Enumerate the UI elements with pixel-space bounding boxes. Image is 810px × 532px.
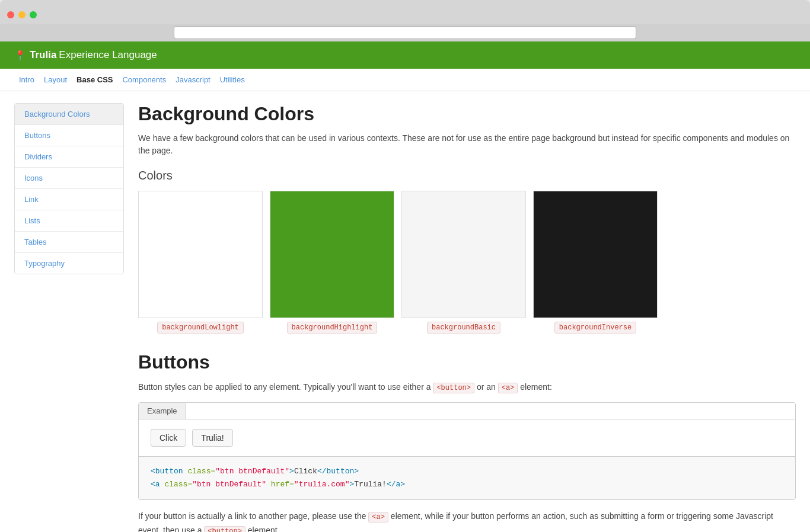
code-val-1: "btn btnDefault" <box>215 467 289 476</box>
main-content: Background Colors We have a few backgrou… <box>138 103 796 532</box>
demo-click-button[interactable]: Click <box>151 429 186 447</box>
window-titlebar <box>0 0 810 24</box>
section-title-buttons: Buttons <box>138 351 796 373</box>
swatch-basic: backgroundBasic <box>401 191 526 334</box>
code-line-1: <button class="btn btnDefault">Click</bu… <box>151 465 783 478</box>
example-tab-label: Example <box>139 403 186 419</box>
nav-item-javascript[interactable]: Javascript <box>171 69 215 91</box>
btn-desc-middle: or an <box>477 382 496 392</box>
section-title-bg: Background Colors <box>138 103 796 125</box>
code-text-1: Click <box>294 467 317 476</box>
address-bar-row <box>0 24 810 41</box>
colors-subtitle: Colors <box>138 169 796 182</box>
after-code-button: <button> <box>204 526 245 532</box>
swatch-inverse: backgroundInverse <box>533 191 658 334</box>
demo-trulia-button[interactable]: Trulia! <box>192 429 232 447</box>
maximize-button[interactable] <box>30 11 37 18</box>
after-buttons-desc: If your button is actually a link to ano… <box>138 509 796 532</box>
swatch-basic-box <box>401 191 526 318</box>
sidebar-item-icons[interactable]: Icons <box>15 168 123 189</box>
code-tag-open-2: <a <box>151 480 164 489</box>
sidebar-item-typography[interactable]: Typography <box>15 253 123 274</box>
nav-item-intro[interactable]: Intro <box>14 69 39 91</box>
section-desc-bg: We have a few background colors that can… <box>138 132 796 157</box>
sidebar-item-tables[interactable]: Tables <box>15 232 123 253</box>
close-button[interactable] <box>7 11 14 18</box>
nav-item-components[interactable]: Components <box>117 69 171 91</box>
sidebar-item-lists[interactable]: Lists <box>15 210 123 232</box>
btn-code-a: <a> <box>498 383 518 393</box>
btn-code-button: <button> <box>433 383 474 393</box>
code-attr-class-2: class= <box>164 480 192 489</box>
example-demo: Click Trulia! <box>139 419 795 456</box>
color-swatches: backgroundLowlight backgroundHighlight b… <box>138 191 796 334</box>
logo-tagline: Experience Language <box>59 49 157 61</box>
swatch-lowlight: backgroundLowlight <box>138 191 263 334</box>
buttons-description: Button styles can be applied to any elem… <box>138 380 796 394</box>
code-block: <button class="btn btnDefault">Click</bu… <box>139 456 795 499</box>
after-desc-3: element. <box>248 525 280 532</box>
site-nav: Intro Layout Base CSS Components Javascr… <box>0 69 810 91</box>
code-val-href-2: "trulia.com" <box>294 480 350 489</box>
logo-brand: Trulia <box>30 49 56 61</box>
section-background-colors: Background Colors We have a few backgrou… <box>138 103 796 334</box>
code-line-2: <a class="btn btnDefault" href="trulia.c… <box>151 478 783 491</box>
code-tag-end-1: </button> <box>317 467 359 476</box>
code-attr-1: class= <box>187 467 215 476</box>
pin-icon: 📍 <box>14 50 26 61</box>
sidebar-item-link[interactable]: Link <box>15 189 123 210</box>
code-val-class-2: "btn btnDefault" <box>192 480 271 489</box>
nav-item-layout[interactable]: Layout <box>39 69 72 91</box>
example-tab: Example <box>139 403 795 419</box>
sidebar-item-background-colors[interactable]: Background Colors <box>15 104 123 125</box>
swatch-basic-label: backgroundBasic <box>427 322 500 334</box>
minimize-button[interactable] <box>18 11 25 18</box>
after-desc-1: If your button is actually a link to ano… <box>138 511 366 521</box>
example-box: Example Click Trulia! <button class="btn… <box>138 402 796 500</box>
site-logo: 📍 Trulia Experience Language <box>14 49 157 61</box>
app-frame: 📍 Trulia Experience Language Intro Layou… <box>0 41 810 532</box>
code-tag-close-1: > <box>289 467 294 476</box>
swatch-highlight: backgroundHighlight <box>270 191 394 334</box>
swatch-highlight-label: backgroundHighlight <box>287 322 378 334</box>
code-tag-end-2: </a> <box>387 480 405 489</box>
address-bar[interactable] <box>174 26 636 39</box>
sidebar-item-dividers[interactable]: Dividers <box>15 146 123 168</box>
page-layout: Background Colors Buttons Dividers Icons… <box>0 91 810 532</box>
code-tag-open-1: <button <box>151 467 187 476</box>
btn-desc-before: Button styles can be applied to any elem… <box>138 382 430 392</box>
code-text-2: Trulia! <box>354 480 387 489</box>
nav-item-utilities[interactable]: Utilities <box>215 69 250 91</box>
code-attr-href-2: href= <box>271 480 294 489</box>
nav-item-basecss[interactable]: Base CSS <box>72 69 117 91</box>
swatch-highlight-box <box>270 191 394 318</box>
sidebar: Background Colors Buttons Dividers Icons… <box>14 103 124 274</box>
swatch-inverse-box <box>533 191 658 318</box>
after-code-a: <a> <box>368 512 388 523</box>
section-buttons: Buttons Button styles can be applied to … <box>138 351 796 532</box>
sidebar-item-buttons[interactable]: Buttons <box>15 125 123 146</box>
swatch-lowlight-box <box>138 191 263 318</box>
btn-desc-after: element: <box>520 382 552 392</box>
swatch-inverse-label: backgroundInverse <box>554 322 636 334</box>
site-header: 📍 Trulia Experience Language <box>0 41 810 69</box>
swatch-lowlight-label: backgroundLowlight <box>157 322 244 334</box>
